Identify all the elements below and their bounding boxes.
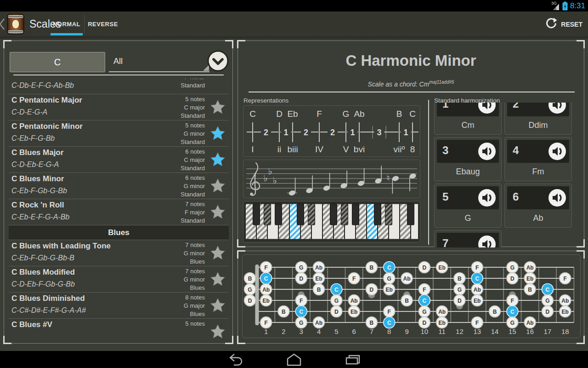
- speaker-icon[interactable]: [478, 189, 496, 207]
- piano-black-key[interactable]: [374, 204, 381, 225]
- star-icon[interactable]: [209, 125, 226, 142]
- svg-text:D: D: [546, 309, 550, 315]
- chord-card[interactable]: 1 Cm: [434, 103, 502, 135]
- list-item[interactable]: C Blues with Leading Tone C-Eb-F-Gb-G-Bb…: [9, 240, 229, 266]
- svg-text:ii: ii: [277, 144, 281, 154]
- tab-divider: [84, 15, 85, 34]
- category-spinner[interactable]: All: [109, 52, 209, 72]
- svg-text:D: D: [276, 109, 283, 119]
- svg-text:13: 13: [473, 328, 481, 335]
- svg-text:2: 2: [330, 128, 335, 137]
- spinner-value: All: [113, 57, 123, 66]
- collapse-button[interactable]: [207, 50, 229, 74]
- signal-3g-icon: 3G: [551, 0, 560, 13]
- piano-black-key[interactable]: [407, 204, 414, 225]
- svg-text:F: F: [564, 276, 567, 282]
- svg-text:Ab: Ab: [315, 320, 322, 326]
- piano-black-key[interactable]: [264, 204, 271, 225]
- chord-card[interactable]: 7: [434, 230, 502, 247]
- piano-black-key[interactable]: [297, 204, 304, 225]
- piano-black-key[interactable]: [275, 204, 282, 225]
- speaker-icon[interactable]: [478, 142, 496, 161]
- scale-notes: C-C#-D#-E-F#-G-A-A#: [11, 306, 86, 315]
- chord-card[interactable]: 5 G: [434, 184, 502, 228]
- app-icon[interactable]: [7, 14, 24, 36]
- piano-black-key[interactable]: [330, 204, 337, 225]
- column-divider: [428, 100, 429, 245]
- list-item[interactable]: C Blues Diminished C-C#-D#-E-F#-G-A-A# 8…: [9, 293, 229, 319]
- chord-degree-number: 4: [513, 144, 519, 157]
- star-icon[interactable]: [209, 99, 226, 115]
- star-icon[interactable]: [209, 271, 226, 288]
- scale-meta: 6 notesG minorStandard: [181, 174, 205, 199]
- star-icon[interactable]: [209, 297, 226, 314]
- star-icon[interactable]: [209, 204, 226, 220]
- svg-text:Ab: Ab: [351, 298, 358, 304]
- svg-text:Eb: Eb: [262, 298, 269, 304]
- list-item[interactable]: C Blues Major C-D-Eb-E-G-A 6 notesC majo…: [9, 147, 229, 173]
- svg-text:D: D: [334, 309, 339, 315]
- chord-degree-number: 6: [513, 190, 519, 203]
- svg-text:F: F: [475, 264, 479, 271]
- scale-name: C Blues with Leading Tone: [11, 242, 111, 251]
- speaker-icon[interactable]: [548, 142, 566, 161]
- tab-normal[interactable]: NORMAL: [50, 12, 84, 37]
- svg-text:G: G: [545, 298, 549, 304]
- speaker-icon[interactable]: [548, 103, 566, 114]
- home-icon[interactable]: [286, 352, 302, 367]
- list-item[interactable]: C Pentatonic Minor C-Eb-F-G-Bb 5 notesG …: [9, 121, 229, 147]
- root-note-button[interactable]: C: [10, 52, 105, 72]
- back-icon[interactable]: [228, 352, 244, 367]
- piano-keyboard[interactable]: [243, 201, 420, 242]
- svg-text:8: 8: [387, 328, 391, 335]
- back-chevron-icon[interactable]: [0, 18, 6, 32]
- star-icon[interactable]: [209, 245, 226, 261]
- piano-black-key[interactable]: [253, 204, 260, 225]
- tab-reverse[interactable]: REVERSE: [85, 12, 121, 37]
- svg-text:Ab: Ab: [315, 264, 322, 271]
- star-icon[interactable]: [209, 178, 226, 194]
- svg-text:♭: ♭: [272, 175, 277, 186]
- svg-text:C: C: [387, 320, 391, 326]
- screen: 3G 8:31: [0, 0, 588, 368]
- list-item[interactable]: C Blues Minor C-Eb-F-Gb-G-Bb 6 notesG mi…: [9, 173, 229, 199]
- svg-text:biii: biii: [287, 144, 298, 154]
- list-item[interactable]: C Blues #V 5 notes: [9, 319, 229, 343]
- svg-text:B: B: [370, 320, 374, 326]
- status-bar: 3G 8:31: [0, 0, 588, 12]
- scale-name: C Blues Diminished: [11, 294, 85, 303]
- piano-black-key[interactable]: [352, 204, 359, 225]
- svg-text:B: B: [405, 298, 409, 304]
- svg-text:bvi: bvi: [354, 144, 365, 154]
- chord-card[interactable]: 3 Ebaug: [434, 137, 502, 181]
- svg-text:C: C: [423, 298, 427, 304]
- recents-icon[interactable]: [345, 352, 361, 367]
- piano-black-key[interactable]: [385, 204, 392, 225]
- chord-card[interactable]: 4 Fm: [504, 137, 572, 181]
- speaker-icon[interactable]: [478, 103, 496, 114]
- list-item[interactable]: C Rock 'n Roll C-Eb-E-F-G-A-Bb 7 notesF …: [9, 199, 229, 225]
- chord-card-header: 7: [437, 233, 499, 247]
- chord-card[interactable]: 6 Ab: [504, 184, 572, 228]
- star-icon[interactable]: [209, 323, 226, 340]
- list-item[interactable]: C Blues Modified C-D-Eb-F-Gb-G-Bb 7 note…: [9, 266, 229, 293]
- piano-black-key[interactable]: [341, 204, 348, 225]
- list-item-partial[interactable]: C-Db-E-F-G-Ab-Bb F minorStandard: [9, 79, 229, 94]
- svg-text:15: 15: [509, 328, 516, 335]
- list-item[interactable]: C Pentatonic Major C-D-E-G-A 5 notesC ma…: [9, 94, 229, 121]
- scale-notes: C-Db-E-F-G-Ab-Bb: [11, 81, 74, 90]
- scale-list-panel: C All C-Db-E-F-G-Ab-Bb F minorStandard C…: [4, 40, 233, 344]
- svg-text:F: F: [511, 298, 514, 304]
- svg-text:Ab: Ab: [561, 298, 569, 304]
- svg-text:2: 2: [264, 128, 268, 137]
- piano-black-key[interactable]: [308, 204, 315, 225]
- scale-meta: 5 notes: [185, 320, 205, 328]
- svg-text:8: 8: [410, 144, 415, 154]
- svg-text:Eb: Eb: [351, 309, 357, 315]
- speaker-icon[interactable]: [478, 235, 496, 247]
- scale-notes: C-Eb-F-Gb-G-Bb-B: [11, 254, 74, 262]
- speaker-icon[interactable]: [548, 189, 566, 207]
- chord-card[interactable]: 2 Ddim: [504, 103, 572, 135]
- star-icon[interactable]: [209, 151, 226, 168]
- reset-button[interactable]: RESET: [545, 12, 582, 37]
